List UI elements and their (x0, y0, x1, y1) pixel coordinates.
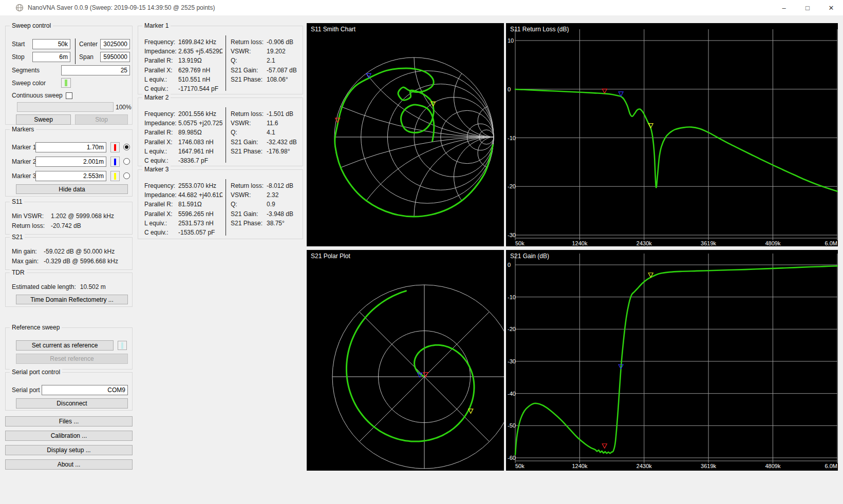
files-button[interactable]: Files ... (5, 416, 133, 427)
svg-text:1240k: 1240k (572, 463, 587, 469)
label: L equiv.: (144, 148, 178, 155)
label: S21 Phase: (231, 220, 267, 227)
value: -0.906 dB (267, 38, 302, 46)
marker2-color-swatch[interactable] (110, 157, 120, 167)
value: -32.432 dB (267, 139, 302, 146)
info-row: Max gain:-0.329 dB @ 5996.668 kHz (12, 258, 118, 265)
sweep-color-swatch[interactable] (61, 78, 71, 88)
groupbox-title: Marker 3 (142, 166, 171, 173)
marker1-detail-box: Marker 1 Frequency:1699.842 kHz Impedanc… (138, 26, 303, 94)
label: Frequency: (144, 182, 178, 189)
maximize-button[interactable]: □ (796, 0, 819, 15)
value: 4.1 (267, 129, 302, 136)
min-vswr-value: 1.202 @ 5999.068 kHz (51, 212, 114, 220)
marker3-color-swatch[interactable] (110, 171, 120, 181)
center-input[interactable] (100, 39, 130, 49)
svg-text:2430k: 2430k (636, 463, 652, 469)
start-input[interactable] (32, 39, 70, 49)
marker2-input[interactable] (35, 157, 106, 167)
svg-text:0: 0 (508, 86, 511, 92)
hide-data-button[interactable]: Hide data (16, 184, 128, 194)
return-loss-label: Return loss: (12, 222, 51, 229)
stop-input[interactable] (32, 52, 70, 62)
value: 81.591Ω (178, 201, 222, 208)
value: 510.551 nH (178, 76, 222, 83)
max-gain-label: Max gain: (12, 258, 44, 265)
s11-return-loss-chart[interactable]: 100-10-20-3050k1240k2430k3619k4809k6.0M (506, 23, 838, 246)
svg-text:-10: -10 (508, 135, 516, 141)
tdr-box: TDR Estimated cable length:10.502 m Time… (5, 273, 133, 307)
groupbox-title: Serial port control (10, 369, 62, 376)
value: 19.202 (267, 48, 302, 55)
label: Parallel R: (144, 57, 178, 64)
label: C equiv.: (144, 85, 178, 92)
value: -176.98° (267, 148, 302, 155)
divider (226, 179, 226, 236)
label: Parallel X: (144, 67, 178, 74)
value: 1647.961 nH (178, 148, 222, 155)
groupbox-title: TDR (10, 269, 27, 276)
label: VSWR: (231, 48, 267, 55)
tdr-button[interactable]: Time Domain Reflectometry ... (16, 295, 128, 304)
sweep-control-box: Sweep control Start Center Stop Span Seg… (5, 26, 133, 125)
serial-port-input[interactable] (42, 385, 128, 395)
sweep-button[interactable]: Sweep (16, 114, 71, 125)
svg-text:-40: -40 (508, 391, 516, 397)
svg-text:-30: -30 (508, 358, 516, 364)
center-label: Center (79, 41, 98, 48)
marker2-radio[interactable] (123, 158, 130, 165)
value: 44.682 +j40.61Ω (178, 191, 222, 199)
reference-color-fill (121, 342, 123, 349)
segments-input[interactable] (61, 65, 130, 75)
s21-polar-plot[interactable] (307, 250, 504, 471)
segments-label: Segments (12, 67, 40, 74)
serial-port-box: Serial port control Serial port Disconne… (5, 372, 133, 411)
marker1-radio[interactable] (123, 144, 130, 150)
marker3-color-fill (114, 173, 116, 180)
chart-title: S11 Return Loss (dB) (510, 26, 569, 33)
s21-gain-chart[interactable]: 0-10-20-30-40-50-6050k1240k2430k3619k480… (506, 250, 838, 471)
label: Return loss: (231, 182, 267, 189)
value: 2.635 +j5.4529Ω (178, 48, 222, 55)
serial-port-label: Serial port (12, 386, 40, 394)
marker1-input[interactable] (35, 142, 106, 152)
svg-text:3619k: 3619k (701, 240, 716, 246)
value: 1746.083 nH (178, 139, 222, 146)
marker3-radio[interactable] (123, 172, 130, 179)
value: 38.75° (267, 220, 302, 227)
label: Q: (231, 201, 267, 208)
reference-sweep-box: Reference sweep Set current as reference… (5, 327, 133, 370)
svg-text:4809k: 4809k (765, 463, 781, 469)
s11-return-loss-panel: S11 Return Loss (dB) 100-10-20-3050k1240… (506, 23, 838, 246)
about-button[interactable]: About ... (5, 459, 133, 470)
divider (75, 38, 76, 64)
label: S21 Gain: (231, 139, 267, 146)
marker1-color-swatch[interactable] (110, 142, 120, 152)
markers-box: Markers Marker 1 Marker 2 Marker 3 Hide … (5, 129, 133, 197)
label: S21 Phase: (231, 148, 267, 155)
value: 5596.265 nH (178, 210, 222, 218)
reset-reference-button: Reset reference (16, 354, 128, 364)
reference-color-swatch[interactable] (118, 341, 127, 350)
close-button[interactable]: ✕ (819, 0, 843, 15)
s11-smith-chart[interactable] (307, 23, 504, 246)
label: L equiv.: (144, 220, 178, 227)
value: -3836.7 pF (178, 157, 222, 164)
disconnect-button[interactable]: Disconnect (16, 398, 128, 409)
marker1-color-fill (114, 144, 116, 151)
span-input[interactable] (100, 52, 130, 62)
marker3-input[interactable] (35, 171, 106, 181)
marker2-detail-box: Marker 2 Frequency:2001.556 kHz Impedanc… (138, 98, 303, 166)
max-gain-value: -0.329 dB @ 5996.668 kHz (44, 258, 118, 265)
svg-text:-20: -20 (508, 326, 516, 332)
sweep-progress-text: 100% (116, 104, 132, 111)
set-reference-button[interactable]: Set current as reference (16, 340, 114, 351)
value: 11.6 (267, 120, 302, 127)
label: Parallel X: (144, 139, 178, 146)
label: Frequency: (144, 110, 178, 118)
calibration-button[interactable]: Calibration ... (5, 431, 133, 441)
continuous-sweep-checkbox[interactable] (66, 92, 72, 99)
svg-text:0: 0 (508, 262, 511, 268)
display-setup-button[interactable]: Display setup ... (5, 445, 133, 455)
minimize-button[interactable]: – (772, 0, 796, 15)
